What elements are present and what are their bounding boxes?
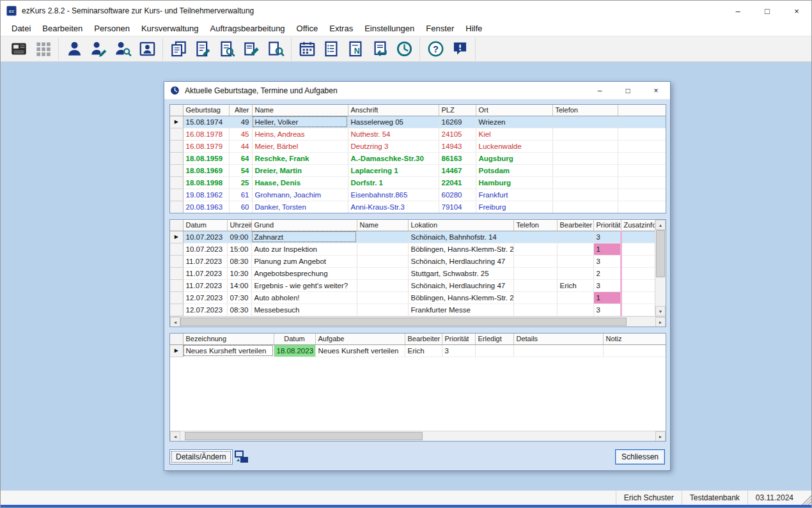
person-edit-button[interactable] xyxy=(86,38,111,60)
doc-sign-button[interactable] xyxy=(239,38,263,60)
grid-cell[interactable]: Frankfurter Messe xyxy=(408,304,513,316)
grid-cell[interactable]: 20.08.1963 xyxy=(183,201,229,213)
row-selector[interactable] xyxy=(170,164,183,176)
row-selector[interactable] xyxy=(170,279,183,291)
row-selector[interactable] xyxy=(170,189,183,201)
scroll-up-icon[interactable] xyxy=(655,220,666,230)
grid-row[interactable]: 11.07.202310:30AngebotsbesprechungStuttg… xyxy=(170,267,655,279)
column-header[interactable]: Priorität xyxy=(593,220,621,231)
column-header[interactable]: Alter xyxy=(229,105,252,116)
grid-cell[interactable]: 79104 xyxy=(439,201,476,213)
calendar-button[interactable] xyxy=(295,38,319,60)
row-selector[interactable] xyxy=(170,201,183,213)
grid-row[interactable]: ▶10.07.202309:00ZahnarztSchönaich, Bahnh… xyxy=(170,231,655,243)
row-selector[interactable]: ▶ xyxy=(170,344,183,357)
person-button[interactable] xyxy=(62,38,86,60)
grid-cell[interactable]: Augsburg xyxy=(476,152,552,164)
column-header[interactable]: Bezeichnung xyxy=(183,334,274,344)
grid-cell[interactable] xyxy=(618,140,666,152)
grid-cell[interactable]: Dorfstr. 1 xyxy=(348,176,439,189)
grid-cell[interactable] xyxy=(621,279,655,291)
column-header[interactable]: Name xyxy=(252,105,348,116)
grid-cell[interactable]: 54 xyxy=(229,164,252,176)
row-selector[interactable]: ▶ xyxy=(170,116,183,128)
menu-kursverwaltung[interactable]: Kursverwaltung xyxy=(136,22,205,35)
scroll-left-icon[interactable] xyxy=(170,317,180,327)
grid-row[interactable]: 10.07.202315:00Auto zur InspektionBöblin… xyxy=(170,243,655,255)
grid-row[interactable]: 16.08.197845Heins, AndreasNuthestr. 5424… xyxy=(170,128,666,140)
row-selector[interactable] xyxy=(170,176,183,189)
dialog-maximize-button[interactable]: □ xyxy=(614,82,642,99)
help-button[interactable]: ? xyxy=(423,38,448,60)
person-search-button[interactable] xyxy=(111,38,135,60)
grid-cell[interactable]: 3 xyxy=(593,304,621,316)
grid-cell[interactable] xyxy=(621,304,655,316)
grid-cell[interactable] xyxy=(513,344,603,357)
grid-cell[interactable]: 18.08.1998 xyxy=(183,176,229,189)
grid-cell[interactable] xyxy=(618,201,666,213)
grid-cell[interactable]: Planung zum Angebot xyxy=(251,255,357,267)
grid-cell[interactable]: 3 xyxy=(593,231,621,243)
grid-row[interactable]: 18.08.196954Dreier, MartinLaplacering 11… xyxy=(170,164,666,176)
clock-button[interactable] xyxy=(392,38,416,60)
grid-cell[interactable]: 10.07.2023 xyxy=(183,243,227,255)
grid-cell[interactable]: 3 xyxy=(593,255,621,267)
scroll-right-icon[interactable] xyxy=(655,431,666,442)
grid-cell[interactable]: 16269 xyxy=(439,116,476,128)
person-card-button[interactable] xyxy=(135,38,159,60)
column-header[interactable]: Priorität xyxy=(442,334,475,344)
grid-cell[interactable]: 64 xyxy=(229,152,252,164)
row-selector-header[interactable] xyxy=(170,220,183,231)
grid-cell[interactable]: 14943 xyxy=(439,140,476,152)
grid-cell[interactable]: Erich xyxy=(557,279,593,291)
grid-cell[interactable] xyxy=(618,164,666,176)
grid-cell[interactable] xyxy=(621,291,655,304)
grid-cell[interactable]: 61 xyxy=(229,189,252,201)
grid-cell[interactable]: Meier, Bärbel xyxy=(252,140,348,152)
grid-cell[interactable]: 14467 xyxy=(439,164,476,176)
grid-cell[interactable]: 12.07.2023 xyxy=(183,304,227,316)
row-selector[interactable] xyxy=(170,267,183,279)
grid-cell[interactable] xyxy=(618,128,666,140)
column-header[interactable]: Aufgabe xyxy=(315,334,405,344)
grid-cell[interactable] xyxy=(513,267,557,279)
grid-cell[interactable]: Heller, Volker xyxy=(252,116,348,128)
grid-row[interactable]: 16.08.197944Meier, BärbelDeutzring 31494… xyxy=(170,140,666,152)
grid-cell[interactable] xyxy=(557,231,593,243)
grid-cell[interactable]: Nuthestr. 54 xyxy=(348,128,439,140)
grid-row[interactable]: 18.08.199825Haase, DenisDorfstr. 122041H… xyxy=(170,176,666,189)
column-header[interactable]: Erledigt xyxy=(475,334,513,344)
grid-cell[interactable] xyxy=(618,116,666,128)
grid-cell[interactable]: Potsdam xyxy=(476,164,552,176)
grid-cell[interactable]: Schönaich, Herdlauchring 47 xyxy=(408,255,513,267)
grid-cell[interactable] xyxy=(552,164,618,176)
grid-cell[interactable] xyxy=(557,267,593,279)
scrollbar-thumb[interactable] xyxy=(180,318,627,326)
grid-cell[interactable] xyxy=(618,152,666,164)
column-header[interactable]: Uhrzeit xyxy=(227,220,251,231)
details-aendern-button[interactable]: Details/Ändern xyxy=(169,449,233,465)
grid-cell[interactable] xyxy=(357,243,408,255)
grid-cell[interactable]: 3 xyxy=(442,344,475,357)
grid-cell[interactable]: Freiburg xyxy=(476,201,552,213)
grid-cell[interactable]: Heins, Andreas xyxy=(252,128,348,140)
column-header[interactable]: Anschrift xyxy=(348,105,439,116)
grid-row[interactable]: 12.07.202308:30MessebesuchFrankfurter Me… xyxy=(170,304,655,316)
grid-row[interactable]: ▶Neues Kursheft verteilen18.08.2023Neues… xyxy=(170,344,666,357)
menu-office[interactable]: Office xyxy=(291,22,324,35)
grid-cell[interactable] xyxy=(621,267,655,279)
grid-cell[interactable] xyxy=(618,176,666,189)
grid-cell[interactable] xyxy=(357,267,408,279)
grid-cell[interactable]: 14:00 xyxy=(227,279,251,291)
grid-cell[interactable]: Schönaich, Herdlauchring 47 xyxy=(408,279,513,291)
grid-cell[interactable] xyxy=(618,189,666,201)
grid-cell[interactable]: 49 xyxy=(229,116,252,128)
grid-cell[interactable]: 16.08.1978 xyxy=(183,128,229,140)
menu-bearbeiten[interactable]: Bearbeiten xyxy=(36,22,88,35)
grid-cell[interactable]: 07:30 xyxy=(227,291,251,304)
grid-cell[interactable]: 45 xyxy=(229,128,252,140)
dialog-minimize-button[interactable]: – xyxy=(586,82,614,99)
grid-cell[interactable] xyxy=(621,231,655,243)
row-selector[interactable] xyxy=(170,243,183,255)
grid-row[interactable]: 19.08.196261Grohmann, JoachimEisenbahnst… xyxy=(170,189,666,201)
